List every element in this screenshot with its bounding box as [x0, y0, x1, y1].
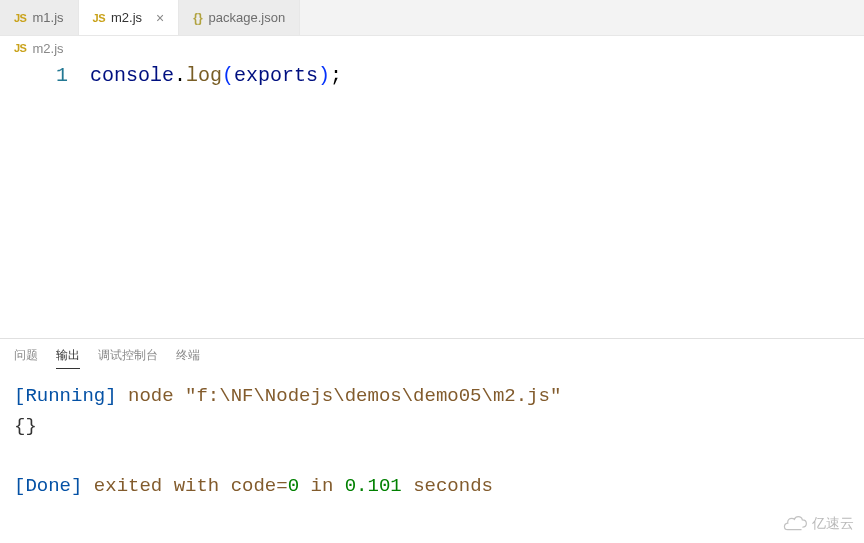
js-icon: JS [14, 12, 26, 24]
tab-label: package.json [209, 10, 286, 25]
line-number: 1 [0, 62, 68, 90]
out-exited: exited with [94, 475, 219, 497]
code-editor[interactable]: 1 console.log(exports); [0, 60, 864, 338]
panel-tab-output[interactable]: 输出 [56, 347, 80, 369]
tab-package-json[interactable]: {} package.json [179, 0, 300, 35]
code-line[interactable]: console.log(exports); [90, 62, 864, 90]
token-dot: . [174, 64, 186, 87]
js-icon: JS [14, 42, 26, 54]
js-icon: JS [93, 12, 105, 24]
tab-m1[interactable]: JS m1.js [0, 0, 79, 35]
panel-tabs: 问题 输出 调试控制台 终端 [0, 339, 864, 375]
out-time: 0.101 [345, 475, 402, 497]
out-result: {} [14, 415, 37, 437]
panel-tab-debug[interactable]: 调试控制台 [98, 347, 158, 369]
json-icon: {} [193, 11, 202, 25]
tab-label: m2.js [111, 10, 142, 25]
tab-m2[interactable]: JS m2.js × [79, 0, 180, 35]
watermark: 亿速云 [782, 515, 854, 533]
token-semi: ; [330, 64, 342, 87]
token-exports: exports [234, 64, 318, 87]
watermark-text: 亿速云 [812, 515, 854, 533]
out-seconds: seconds [413, 475, 493, 497]
panel-tab-terminal[interactable]: 终端 [176, 347, 200, 369]
out-done-tag: [Done] [14, 475, 82, 497]
breadcrumb-file: m2.js [32, 41, 63, 56]
out-running-tag: [Running] [14, 385, 117, 407]
out-code-label: code= [231, 475, 288, 497]
token-log: log [186, 64, 222, 87]
token-lparen: ( [222, 64, 234, 87]
cloud-icon [782, 515, 808, 533]
out-path: "f:\NF\Nodejs\demos\demo05\m2.js" [185, 385, 561, 407]
out-cmd: node [128, 385, 174, 407]
close-icon[interactable]: × [156, 10, 164, 26]
panel-tab-problems[interactable]: 问题 [14, 347, 38, 369]
out-in: in [310, 475, 333, 497]
tab-bar: JS m1.js JS m2.js × {} package.json [0, 0, 864, 36]
token-console: console [90, 64, 174, 87]
token-rparen: ) [318, 64, 330, 87]
bottom-panel: 问题 输出 调试控制台 终端 [Running] node "f:\NF\Nod… [0, 338, 864, 543]
code-content[interactable]: console.log(exports); [90, 60, 864, 338]
out-code-val: 0 [288, 475, 299, 497]
tab-label: m1.js [32, 10, 63, 25]
line-gutter: 1 [0, 60, 90, 338]
breadcrumb[interactable]: JS m2.js [0, 36, 864, 60]
output-panel[interactable]: [Running] node "f:\NF\Nodejs\demos\demo0… [0, 375, 864, 543]
